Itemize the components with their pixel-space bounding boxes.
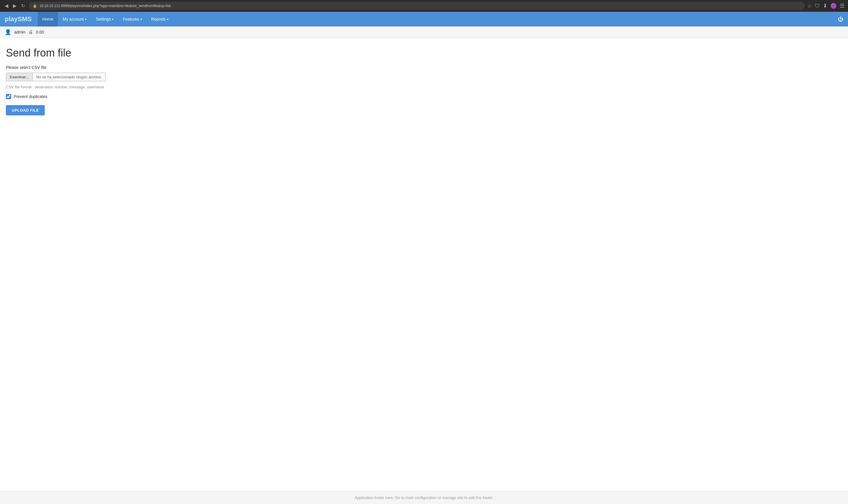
nav-settings-label: Settings [96, 17, 111, 21]
file-name-display: No se ha seleccionado ningún archivo. [33, 73, 106, 81]
footer: Application footer here. Go to main conf… [0, 491, 848, 504]
navbar: playSMS Home My account ▾ Settings ▾ Fea… [0, 12, 848, 26]
file-input-wrapper: Examinar... No se ha seleccionado ningún… [6, 73, 842, 81]
nav-features-chevron: ▾ [141, 18, 142, 21]
menu-icon[interactable]: ☰ [840, 3, 845, 9]
nav-my-account-label: My account [63, 17, 84, 21]
nav-home[interactable]: Home [38, 12, 58, 26]
download-icon[interactable]: ⬇ [823, 3, 827, 9]
csv-hint: CSV file format : destination number, me… [6, 85, 842, 89]
url-text: 10.10.10.111:9999/playsms/index.php?app=… [39, 4, 170, 8]
page-title: Send from file [6, 47, 842, 59]
nav-items: Home My account ▾ Settings ▾ Features ▾ … [38, 12, 838, 26]
refresh-button[interactable]: ↻ [20, 2, 26, 10]
nav-features[interactable]: Features ▾ [118, 12, 146, 26]
security-icon: 🔒 [33, 4, 37, 8]
nav-reports-chevron: ▾ [167, 18, 168, 21]
brand-logo[interactable]: playSMS [5, 15, 32, 23]
browser-toolbar-icons: ☆ 🛡 ⬇ 🟣 ☰ [807, 3, 845, 9]
nav-reports[interactable]: Reports ▾ [147, 12, 173, 26]
forward-button[interactable]: ▶ [12, 2, 18, 10]
credit-icon: 🖨 [28, 30, 33, 35]
nav-my-account-chevron: ▾ [85, 18, 87, 21]
brand-text: playSMS [5, 15, 32, 23]
extensions-icon[interactable]: 🛡 [815, 3, 820, 9]
nav-settings[interactable]: Settings ▾ [91, 12, 119, 26]
browser-chrome: ◀ ▶ ↻ 🔒 10.10.10.111:9999/playsms/index.… [0, 0, 848, 12]
power-icon[interactable]: ⏻ [838, 16, 843, 22]
profile-icon[interactable]: 🟣 [830, 3, 837, 9]
nav-reports-label: Reports [151, 17, 166, 21]
bookmark-icon[interactable]: ☆ [807, 3, 812, 9]
prevent-duplicates-row: Prevent duplicates [6, 94, 842, 99]
user-icon: 👤 [5, 29, 11, 35]
prevent-duplicates-checkbox[interactable] [6, 94, 11, 99]
address-bar[interactable]: 🔒 10.10.10.111:9999/playsms/index.php?ap… [29, 2, 805, 10]
nav-features-label: Features [123, 17, 139, 21]
browse-button[interactable]: Examinar... [6, 73, 33, 81]
prevent-duplicates-label: Prevent duplicates [14, 94, 48, 99]
footer-text: Application footer here. Go to main conf… [355, 496, 493, 500]
upload-file-button[interactable]: UPLOAD FILE [6, 105, 45, 115]
nav-settings-chevron: ▾ [112, 18, 113, 21]
file-label: Please select CSV file [6, 65, 842, 70]
nav-my-account[interactable]: My account ▾ [58, 12, 91, 26]
balance: 0.00 [36, 30, 44, 34]
back-button[interactable]: ◀ [3, 2, 10, 10]
username: admin [14, 30, 25, 34]
user-info-bar: 👤 admin 🖨 0.00 [0, 26, 848, 38]
nav-home-label: Home [42, 17, 53, 21]
main-content: Send from file Please select CSV file Ex… [0, 38, 848, 491]
